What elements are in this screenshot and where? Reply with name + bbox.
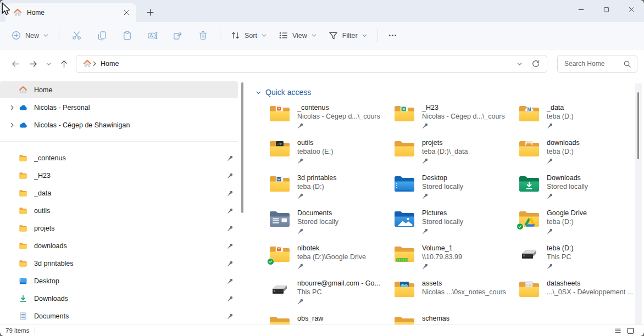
tile-meta: 3d printablesteba (D:)	[297, 173, 337, 199]
new-button[interactable]: New	[5, 26, 54, 46]
pin-icon	[422, 158, 468, 164]
content-scrollbar[interactable]	[635, 83, 642, 324]
forward-button[interactable]	[24, 55, 42, 72]
quick-access-tile-h23[interactable]: _H23Nicolas - Cégep d...\_cours	[393, 102, 518, 137]
thumbnails-view-icon[interactable]	[627, 327, 634, 334]
tab-title: Home	[27, 9, 120, 16]
tile-name: nibotek	[297, 244, 366, 253]
copy-button[interactable]	[89, 26, 114, 46]
details-view-icon[interactable]	[614, 327, 621, 334]
tile-name: teba (D:)	[547, 244, 574, 253]
chevron-right-icon[interactable]	[5, 105, 19, 110]
pin-icon	[227, 225, 234, 232]
copy-icon	[97, 30, 107, 41]
close-button[interactable]	[619, 0, 644, 19]
sidebar-item-nicolas-c-gep-de-shawinigan[interactable]: Nicolas - Cégep de Shawinigan	[0, 116, 238, 133]
sidebar-item-nicolas-personal[interactable]: Nicolas - Personal	[0, 99, 238, 116]
quick-access-tile-3d-printables[interactable]: 3d printablesteba (D:)	[269, 172, 393, 208]
quick-access-tile-nbourre-gmail-com-go[interactable]: nbourre@gmail.com - Go...This PC	[269, 278, 393, 313]
sidebar-item-downloads[interactable]: downloads	[0, 237, 238, 254]
quick-access-tile-downloads[interactable]: downloadsteba (D:)	[518, 137, 643, 172]
refresh-icon[interactable]	[531, 59, 540, 68]
folder-icon	[393, 315, 415, 324]
folder-word-icon	[269, 174, 291, 194]
quick-access-tile-documents[interactable]: DocumentsStored locally	[269, 208, 393, 243]
sidebar-item-outils[interactable]: outils	[0, 202, 238, 219]
tile-name: obs_raw	[297, 314, 323, 323]
plus-circle-icon	[11, 30, 21, 41]
quick-access-tile-projets[interactable]: projetsteba (D:)\_data	[393, 137, 518, 172]
quick-access-tile-assets[interactable]: assetsNicolas ...\0sx_notes_cours	[393, 278, 518, 313]
quick-access-tile-desktop[interactable]: DesktopStored locally	[393, 172, 518, 208]
paste-button[interactable]	[114, 26, 140, 46]
tile-meta: schemas	[422, 314, 449, 323]
maximize-button[interactable]	[593, 0, 619, 19]
sidebar-item-label: Desktop	[34, 277, 227, 285]
tab-close-icon[interactable]	[120, 6, 133, 19]
sidebar-item-documents[interactable]: Documents	[0, 307, 238, 324]
sidebar-item-3d-printables[interactable]: 3d printables	[0, 255, 238, 272]
quick-access-tile-volume-1[interactable]: Volume_1\\10.79.83.99	[393, 243, 518, 278]
quick-access-tile-contenus[interactable]: _contenusNicolas - Cégep d...\_cours	[269, 102, 393, 137]
delete-button[interactable]	[190, 26, 215, 46]
tile-name: nbourre@gmail.com - Go...	[297, 279, 380, 288]
tile-detail: teba (D:)\Google Drive	[297, 253, 366, 261]
quick-access-tile-schemas[interactable]: schemas	[393, 313, 518, 324]
quick-access-tile-obs-raw[interactable]: obs_raw	[269, 313, 393, 324]
more-options-button[interactable]	[382, 26, 403, 46]
pin-icon	[297, 263, 366, 270]
quick-access-header[interactable]: Quick access	[256, 88, 644, 97]
recent-locations-button[interactable]	[42, 55, 55, 72]
search-input[interactable]	[563, 59, 620, 68]
sort-button[interactable]: Sort	[225, 26, 273, 46]
quick-access-grid: _contenusNicolas - Cégep d...\_cours _H2…	[269, 102, 644, 324]
tab-home[interactable]: Home	[5, 3, 136, 22]
quick-access-tile-datasheets[interactable]: datasheets...\_0SX - Développement ...	[518, 278, 643, 313]
sidebar-item-contenus[interactable]: _contenus	[0, 149, 238, 166]
back-button[interactable]	[7, 55, 24, 72]
quick-access-tile-teba-d[interactable]: teba (D:)This PC	[518, 243, 643, 278]
tile-name: Google Drive	[547, 209, 587, 217]
quick-access-tile-google-drive[interactable]: Google Driveteba (D:)	[518, 208, 643, 243]
quick-access-tile-data[interactable]: M _datateba (D:)	[518, 102, 643, 137]
scrollbar-thumb[interactable]	[637, 92, 639, 159]
tile-detail: teba (D:)	[297, 182, 337, 191]
cut-button[interactable]	[64, 26, 89, 46]
folder-icon	[19, 154, 30, 163]
onedrive-icon	[19, 103, 30, 112]
sidebar-item-home[interactable]: Home	[0, 81, 238, 98]
new-tab-button[interactable]	[143, 5, 157, 19]
arrow-left-icon	[11, 59, 20, 69]
quick-access-tile-outils[interactable]: outilstebatoo (E:)	[269, 137, 393, 172]
sidebar-scrollbar[interactable]	[241, 82, 243, 213]
filter-button[interactable]: Filter	[323, 26, 373, 46]
folder-icon	[393, 139, 415, 159]
share-button[interactable]	[165, 26, 190, 46]
breadcrumb-segment[interactable]: Home	[101, 60, 119, 68]
tile-detail: teba (D:)	[547, 217, 587, 226]
view-button[interactable]: View	[273, 26, 323, 46]
chevron-right-icon[interactable]	[5, 122, 19, 128]
sidebar-item-desktop[interactable]: Desktop	[0, 272, 238, 289]
address-bar[interactable]: Home	[76, 55, 547, 73]
up-button[interactable]	[55, 55, 73, 72]
tile-meta: _contenusNicolas - Cégep d...\_cours	[297, 103, 380, 129]
tile-meta: Google Driveteba (D:)	[547, 209, 587, 234]
filter-icon	[328, 30, 338, 41]
sidebar-item-label: 3d printables	[34, 260, 227, 267]
minimize-button[interactable]	[568, 0, 593, 19]
sidebar-item-projets[interactable]: projets	[0, 220, 238, 237]
quick-access-tile-downloads[interactable]: DownloadsStored locally	[518, 172, 643, 208]
tile-detail: \\10.79.83.99	[422, 253, 462, 261]
address-dropdown-icon[interactable]	[517, 61, 523, 67]
sidebar-item-h23[interactable]: _H23	[0, 167, 238, 184]
tile-name: 3d printables	[297, 173, 337, 182]
rename-button[interactable]	[140, 26, 165, 46]
quick-access-tile-nibotek[interactable]: nibotekteba (D:)\Google Drive	[269, 243, 393, 278]
quick-access-tile-pictures[interactable]: PicturesStored locally	[393, 208, 518, 243]
sidebar-item-downloads[interactable]: Downloads	[0, 290, 238, 307]
tile-name: datasheets	[547, 279, 633, 288]
cut-icon	[71, 30, 82, 41]
sidebar-item-data[interactable]: _data	[0, 184, 238, 201]
search-box[interactable]	[557, 55, 637, 73]
